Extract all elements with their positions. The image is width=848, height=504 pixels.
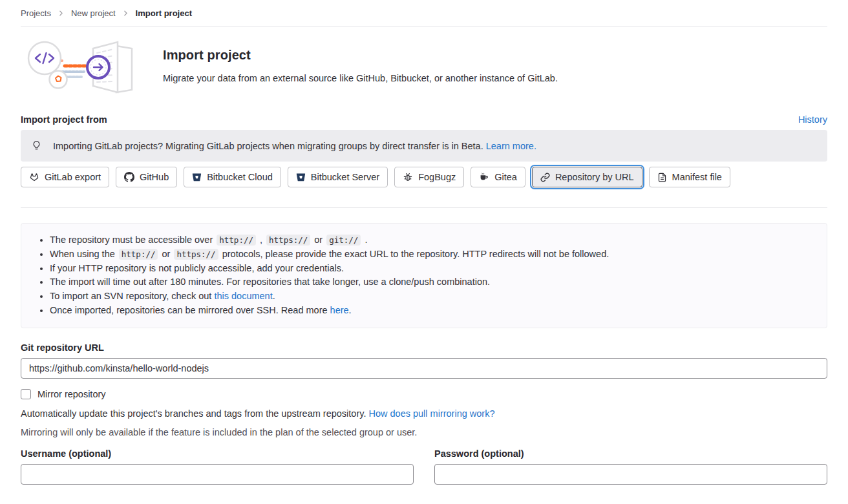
page-subtitle: Migrate your data from an external sourc… <box>163 73 558 83</box>
lightbulb-icon <box>31 140 42 151</box>
import-source-gitlab-export[interactable]: GitLab export <box>21 167 109 187</box>
import-project-page: Projects New project Import project <box>0 0 848 485</box>
mirror-checkbox-label: Mirror repository <box>37 389 106 399</box>
password-input[interactable] <box>434 464 827 485</box>
import-from-section-header: Import project from History <box>21 114 827 125</box>
import-source-github[interactable]: GitHub <box>116 167 177 187</box>
import-source-label: Repository by URL <box>555 172 634 182</box>
beta-tip-banner: Importing GitLab projects? Migrating Git… <box>21 130 827 162</box>
mirror-note-text: Mirroring will only be available if the … <box>21 427 827 437</box>
username-label: Username (optional) <box>21 448 414 459</box>
import-source-repo-by-url[interactable]: Repository by URL <box>532 167 642 187</box>
page-title: Import project <box>163 48 558 63</box>
repo-url-info-box: The repository must be accessible over h… <box>21 223 827 328</box>
info-bullet: If your HTTP repository is not publicly … <box>50 262 816 276</box>
import-source-gitea[interactable]: Gitea <box>471 167 525 187</box>
import-source-fogbugz[interactable]: FogBugz <box>394 167 464 187</box>
chevron-right-icon <box>57 9 65 17</box>
mirror-help-text: Automatically update this project's bran… <box>21 408 827 419</box>
inline-link[interactable]: here <box>330 305 349 315</box>
breadcrumb-new-project[interactable]: New project <box>71 8 116 18</box>
banner-text: Importing GitLab projects? Migrating Git… <box>53 141 536 151</box>
breadcrumb-import-project: Import project <box>136 8 192 18</box>
git-repo-url-label: Git repository URL <box>21 342 827 353</box>
gitlab-icon <box>29 172 39 182</box>
import-source-label: Gitea <box>494 172 517 182</box>
link-icon <box>540 173 550 182</box>
bitbucket-icon <box>192 173 202 182</box>
inline-link[interactable]: this document <box>214 291 272 301</box>
password-label: Password (optional) <box>434 448 827 459</box>
page-header: Import project Migrate your data from an… <box>21 39 827 96</box>
git-repo-url-input[interactable] <box>21 358 827 379</box>
chevron-right-icon <box>122 9 130 17</box>
import-source-label: FogBugz <box>418 172 456 182</box>
bug-icon <box>403 172 413 182</box>
gitea-icon <box>479 172 489 182</box>
import-source-bitbucket-server[interactable]: Bitbucket Server <box>288 167 388 187</box>
history-link[interactable]: History <box>798 114 827 125</box>
import-source-label: GitLab export <box>45 172 101 182</box>
inline-link[interactable]: How does pull mirroring work? <box>368 408 494 419</box>
import-source-label: GitHub <box>140 172 169 182</box>
breadcrumb: Projects New project Import project <box>21 0 827 26</box>
import-source-manifest-file[interactable]: Manifest file <box>649 167 730 187</box>
credentials-row: Username (optional) Password (optional) <box>21 448 827 485</box>
mirror-checkbox[interactable] <box>21 389 31 399</box>
section-divider <box>21 207 827 208</box>
info-bullet: To import an SVN repository, check out t… <box>50 289 816 304</box>
import-source-label: Bitbucket Cloud <box>207 172 273 182</box>
username-input[interactable] <box>21 464 414 485</box>
breadcrumb-projects[interactable]: Projects <box>21 8 51 18</box>
info-bullet: When using the http:// or https:// proto… <box>50 247 816 262</box>
import-source-bitbucket-cloud[interactable]: Bitbucket Cloud <box>184 167 281 187</box>
mirror-repository-row: Mirror repository <box>21 389 827 399</box>
import-source-buttons: GitLab export GitHub Bitbucket Cloud Bit… <box>21 167 827 187</box>
info-bullet: The repository must be accessible over h… <box>50 233 816 247</box>
import-from-label: Import project from <box>21 114 107 125</box>
github-icon <box>124 172 134 182</box>
document-icon <box>657 173 667 182</box>
inline-link[interactable]: Learn more. <box>486 141 536 151</box>
import-source-label: Manifest file <box>672 172 722 182</box>
import-source-label: Bitbucket Server <box>311 172 379 182</box>
import-illustration <box>21 39 145 96</box>
info-bullet: Once imported, repositories can be mirro… <box>50 304 816 318</box>
bitbucket-icon <box>296 173 306 182</box>
info-bullet: The import will time out after 180 minut… <box>50 275 816 289</box>
